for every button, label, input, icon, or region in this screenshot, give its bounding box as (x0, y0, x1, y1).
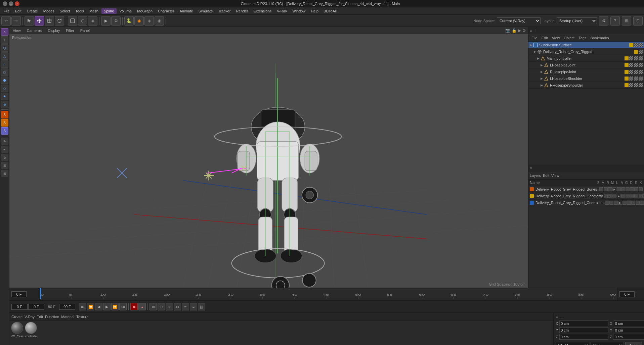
tool-spline7[interactable]: ★ (1, 93, 8, 100)
menu-tracker[interactable]: Tracker (216, 8, 233, 14)
vray-s2-btn[interactable]: ◈ (144, 16, 154, 26)
render-btn[interactable]: ▶ (101, 16, 111, 26)
obj-menu-file[interactable]: File (530, 36, 539, 40)
layer-icon-g9[interactable]: · (639, 194, 643, 198)
viewport-icon-lock[interactable]: 🔒 (512, 28, 517, 33)
mat-menu-function[interactable]: Function (45, 315, 59, 319)
menu-create[interactable]: Create (25, 8, 40, 14)
layer-row-geometry[interactable]: Delivery_Robot_Grey_Rigged_Geometry · · … (528, 193, 644, 200)
menu-help[interactable]: Help (308, 8, 321, 14)
frame-start-display[interactable] (11, 304, 28, 310)
play-button[interactable]: ▶ (103, 303, 111, 310)
tool-spline2[interactable]: △ (1, 52, 8, 60)
obj-row-subdivision[interactable]: ▶ Subdivision Surface (528, 42, 644, 48)
timeline-dots-btn[interactable]: ⋯ (182, 303, 189, 310)
coord-z-size[interactable] (613, 334, 644, 340)
tool-s1[interactable]: S (1, 111, 8, 118)
menu-modes[interactable]: Modes (41, 8, 57, 14)
tool-spline1[interactable]: ⬡ (1, 44, 8, 52)
obj-hamburger-icon[interactable]: ≡ (530, 29, 532, 33)
timeline-lock-btn[interactable]: ⊙ (174, 303, 181, 310)
mat-menu-material[interactable]: Material (61, 315, 74, 319)
prev-frame-button[interactable]: ⏪ (87, 303, 94, 310)
node-space-icon4[interactable]: ⊡ (633, 16, 643, 26)
coord-y-pos[interactable] (559, 327, 608, 333)
texture-mode-button[interactable]: ◈ (88, 16, 97, 26)
vp-menu-view[interactable]: View (11, 28, 22, 33)
timeline-circle-btn[interactable]: ○ (166, 303, 173, 310)
obj-row-robot[interactable]: ▶ Delivery_Robot_Grey_Rigged (528, 48, 644, 55)
layer-icon-c3[interactable]: · (614, 201, 618, 205)
layer-icon-c4[interactable]: ▶ (618, 201, 622, 205)
layer-icon-s4[interactable]: ▶ (612, 187, 616, 191)
layer-icon-g1[interactable]: · (604, 194, 608, 198)
layer-icon-c5[interactable]: · (622, 201, 627, 205)
current-frame-field[interactable] (11, 291, 27, 297)
layer-icon-s2[interactable]: · (604, 187, 608, 191)
tool-spline8[interactable]: ⊕ (1, 101, 8, 108)
layer-icon-c9[interactable]: · (640, 201, 644, 205)
menu-select[interactable]: Select (57, 8, 73, 14)
layer-icon-s10[interactable]: · (639, 187, 643, 191)
mat-menu-edit[interactable]: Edit (37, 315, 43, 319)
object-mode-button[interactable]: ⬡ (78, 16, 87, 26)
obj-menu-view[interactable]: View (550, 36, 562, 40)
frame-current-display[interactable] (28, 304, 44, 310)
apply-button[interactable]: Apply (625, 342, 642, 345)
layer-icon-g4[interactable]: ▶ (617, 194, 621, 198)
layer-icon-c7[interactable]: · (631, 201, 635, 205)
vray-s3-btn[interactable]: ◉ (155, 16, 164, 26)
node-space-select[interactable]: Current (V-Ray) (497, 17, 541, 24)
go-end-button[interactable]: ⏭ (119, 303, 127, 310)
tool-spline6[interactable]: ◇ (1, 85, 8, 92)
world-select[interactable]: World (556, 342, 589, 345)
tool-s2[interactable]: S (1, 119, 8, 127)
tool-s3[interactable]: S (1, 127, 8, 135)
menu-render[interactable]: Render (233, 8, 250, 14)
tool-grid[interactable]: ⊞ (1, 162, 8, 169)
layer-icon-g7[interactable]: · (630, 194, 634, 198)
node-space-icon2[interactable]: ? (610, 16, 620, 26)
mat-item-vrcass[interactable]: VR_Cass (11, 322, 24, 344)
timeline-layers-btn[interactable]: ▤ (198, 303, 205, 310)
vp-menu-filter[interactable]: Filter (65, 28, 75, 33)
tool-spline5[interactable]: ⬢ (1, 77, 8, 84)
menu-mograph[interactable]: MoGraph (135, 8, 155, 14)
timeline-add-btn[interactable]: ⊕ (149, 303, 157, 310)
obj-menu-edit[interactable]: Edit (540, 36, 550, 40)
tool-move[interactable]: ✛ (1, 36, 8, 44)
layer-icon-c2[interactable]: · (609, 201, 613, 205)
layers-menu-layers[interactable]: Layers (530, 174, 541, 178)
vp-menu-cameras[interactable]: Cameras (26, 28, 43, 33)
move-button[interactable] (35, 16, 44, 26)
coord-y-size[interactable] (614, 327, 644, 333)
menu-simulate[interactable]: Simulate (196, 8, 215, 14)
viewport-icon-settings[interactable]: ⚙ (522, 28, 526, 33)
go-start-button[interactable]: ⏮ (79, 303, 86, 310)
tool-circle[interactable]: ⊙ (1, 154, 8, 161)
live-select-button[interactable] (25, 16, 34, 26)
obj-row-rhs[interactable]: ▶ RHosepipeShoulder (528, 82, 644, 89)
node-space-icon1[interactable]: ⚙ (599, 16, 608, 26)
layer-icon-c6[interactable]: · (627, 201, 631, 205)
end-frame-field[interactable] (619, 291, 635, 297)
layer-icon-c1[interactable]: · (605, 201, 609, 205)
scale-button[interactable] (45, 16, 54, 26)
layer-row-controllers[interactable]: Delivery_Robot_Grey_Rigged_Controllers ·… (528, 200, 644, 206)
obj-row-lhj[interactable]: ▶ LHosepipeJoint (528, 62, 644, 68)
layer-icon-s5[interactable]: · (617, 187, 621, 191)
vray-sphere-btn[interactable]: ◉ (134, 16, 144, 26)
mat-menu-texture[interactable]: Texture (76, 315, 88, 319)
menu-tools[interactable]: Tools (73, 8, 86, 14)
vp-menu-display[interactable]: Display (46, 28, 61, 33)
menu-character[interactable]: Character (156, 8, 176, 14)
layer-icon-g2[interactable]: · (608, 194, 612, 198)
tool-spline4[interactable]: □ (1, 68, 8, 76)
undo-button[interactable]: ↩ (1, 16, 11, 26)
tool-lines[interactable]: ≡ (1, 146, 8, 153)
layout-select[interactable]: Startup (User) (557, 17, 597, 24)
layer-icon-g5[interactable]: · (621, 194, 625, 198)
layer-icon-g8[interactable]: · (634, 194, 638, 198)
layer-icon-s1[interactable]: · (599, 187, 603, 191)
coord-x-size[interactable] (614, 321, 644, 326)
